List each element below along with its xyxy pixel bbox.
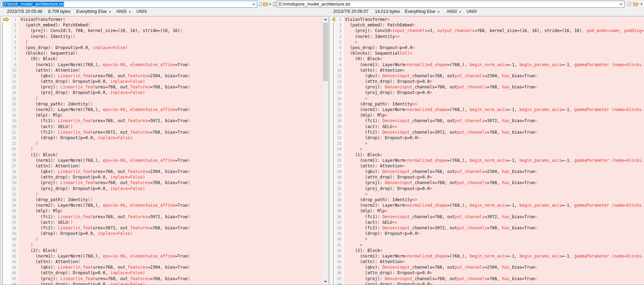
- line-number: 35: [335, 208, 343, 214]
- line-number: 25: [11, 152, 17, 158]
- code-line: (proj_drop): Dropout<p=0.0>: [345, 186, 644, 191]
- line-number: 8: [11, 56, 17, 62]
- line-number: 24: [335, 146, 343, 152]
- left-code-area[interactable]: VisionTransformer( (patch_embed): PatchE…: [18, 16, 322, 285]
- code-line: (act): GELU<>: [345, 124, 644, 129]
- line-number: 7: [335, 50, 343, 56]
- left-file-timestamp: 2023/7/5 20:05:48: [7, 9, 42, 14]
- left-line-number-column: 1234567891011121314151617181920212223242…: [11, 17, 17, 285]
- code-line: (qkv): Linear(in_features=768, out_featu…: [21, 169, 322, 174]
- line-number: 10: [11, 68, 17, 73]
- line-number: 10: [335, 68, 343, 73]
- right-open-folder-menu-button[interactable]: ▾: [640, 1, 643, 7]
- line-number: 32: [335, 191, 343, 197]
- line-number: 12: [335, 79, 343, 84]
- line-number: 28: [11, 169, 17, 174]
- reload-icon: [258, 2, 263, 7]
- code-line: (drop_path): Identity<>: [345, 101, 644, 107]
- code-line: (attn_drop): Dropout(p=0.0, inplace=Fals…: [21, 174, 322, 180]
- left-encoding-dropdown[interactable]: ANSI ▾: [116, 9, 131, 14]
- line-number: 21: [11, 129, 17, 135]
- code-line: (2): Block(: [21, 248, 322, 253]
- code-line: (mlp): Mlp<: [345, 112, 644, 118]
- line-number: 7: [11, 50, 17, 56]
- code-line: ): [21, 242, 322, 248]
- line-number: 13: [11, 84, 17, 90]
- code-line: (norm1): LayerNorm((768,), eps=1e-06, el…: [21, 62, 322, 68]
- right-path-dropdown-button[interactable]: [618, 1, 624, 7]
- code-line: (attn): Attention(: [21, 259, 322, 264]
- left-format-dropdown[interactable]: Everything Else ▾: [76, 9, 111, 14]
- line-number: 34: [335, 203, 343, 208]
- line-number: 48: [11, 282, 17, 285]
- code-line: >: [345, 141, 644, 146]
- left-line-ending-label[interactable]: UNIX: [136, 9, 147, 14]
- right-line-ending-label[interactable]: UNIX: [466, 9, 477, 14]
- code-line: (patch_embed): PatchEmbed<: [345, 22, 644, 28]
- right-editor-pane: 1234567891011121314151617181920212223242…: [330, 16, 644, 285]
- line-number: 23: [335, 141, 343, 146]
- file-compare-window: { "colors": { "accent_blue": "#0078d7", …: [0, 0, 644, 285]
- line-number: 22: [11, 135, 17, 141]
- scrollbar-thumb[interactable]: [323, 23, 328, 81]
- left-path-dropdown-button[interactable]: [251, 1, 257, 7]
- code-line: (mlp): Mlp(: [21, 112, 322, 118]
- code-line: >: [345, 96, 644, 101]
- code-line: (proj_drop): Dropout(p=0.0, inplace=Fals…: [21, 186, 322, 191]
- line-number: 11: [335, 73, 343, 79]
- line-number: 34: [11, 203, 17, 208]
- code-line: (norm1): LayerNorm((768,), eps=1e-06, el…: [21, 253, 322, 259]
- left-open-folder-button[interactable]: [263, 1, 269, 7]
- code-line: (qkv): Dense<input_channels=768, output_…: [345, 264, 644, 270]
- line-number: 39: [335, 231, 343, 236]
- caret-down-icon: ▾: [641, 2, 642, 6]
- diff-section-line: [2, 22, 3, 285]
- code-line: (attn_drop): Dropout(p=0.0, inplace=Fals…: [21, 79, 322, 84]
- scroll-up-button[interactable]: [323, 16, 328, 22]
- code-line: (proj): Linear(in_features=768, out_feat…: [21, 180, 322, 185]
- left-file-path-combo[interactable]: D:\torch_model_architecture.txt: [1, 1, 257, 8]
- line-number: 47: [335, 276, 343, 282]
- line-number: 3: [11, 28, 17, 33]
- line-number: 39: [11, 231, 17, 236]
- code-line: (norm): Identity<>: [345, 34, 644, 39]
- line-number: 24: [11, 146, 17, 152]
- code-line: >: [345, 39, 644, 45]
- line-number: 38: [11, 225, 17, 231]
- code-line: (1): Block(: [21, 152, 322, 158]
- copy-section-right-arrow-icon[interactable]: [3, 17, 9, 22]
- code-line: (0): Block(: [21, 56, 322, 62]
- right-open-folder-button[interactable]: [633, 1, 639, 7]
- scroll-down-button[interactable]: [323, 279, 328, 285]
- left-open-folder-menu-button[interactable]: ▾: [269, 1, 272, 7]
- right-file-timestamp: 2023/7/5 20:06:07: [333, 9, 369, 14]
- code-line: (drop_path): Identity(): [21, 101, 322, 107]
- line-number: 17: [335, 107, 343, 112]
- code-line: (proj_drop): Dropout(p=0.0, inplace=Fals…: [21, 90, 322, 95]
- line-number: 46: [335, 270, 343, 276]
- left-vertical-scrollbar[interactable]: [322, 16, 328, 285]
- right-encoding-dropdown[interactable]: ANSI ▾: [447, 9, 461, 14]
- triangle-down-icon: [324, 281, 327, 283]
- code-line: (fc2): Dense<input_channels=3072, output…: [345, 129, 644, 135]
- line-number: 45: [335, 264, 343, 270]
- code-line: (drop): Dropout<p=0.0>: [345, 231, 644, 236]
- right-reload-button-disabled[interactable]: [626, 1, 633, 7]
- line-number: 37: [11, 220, 17, 225]
- right-file-path-combo[interactable]: D:\mindspore_model_architecture.txt: [277, 1, 625, 8]
- code-line: (attn_drop): Dropout<p=0.0>: [345, 79, 644, 84]
- code-line: (attn): Attention<: [345, 68, 644, 73]
- left-editor-pane: 1234567891011121314151617181920212223242…: [1, 16, 329, 285]
- line-number: 20: [335, 124, 343, 129]
- right-code-area[interactable]: VisionTransformer< (patch_embed): PatchE…: [344, 16, 644, 285]
- line-number: 11: [11, 73, 17, 79]
- code-line: (proj): Dense<input_channels=768, output…: [345, 276, 644, 282]
- code-line: (act): GELU<>: [345, 220, 644, 225]
- code-line: (fc1): Dense<input_channels=768, output_…: [345, 214, 644, 220]
- right-format-dropdown[interactable]: Everything Else ▾: [405, 9, 439, 14]
- code-line: >: [345, 236, 644, 242]
- right-line-number-column: 1234567891011121314151617181920212223242…: [335, 17, 343, 285]
- line-number: 37: [335, 220, 343, 225]
- code-line: (fc2): Linear(in_features=3072, out_feat…: [21, 129, 322, 135]
- line-number: 46: [11, 270, 17, 276]
